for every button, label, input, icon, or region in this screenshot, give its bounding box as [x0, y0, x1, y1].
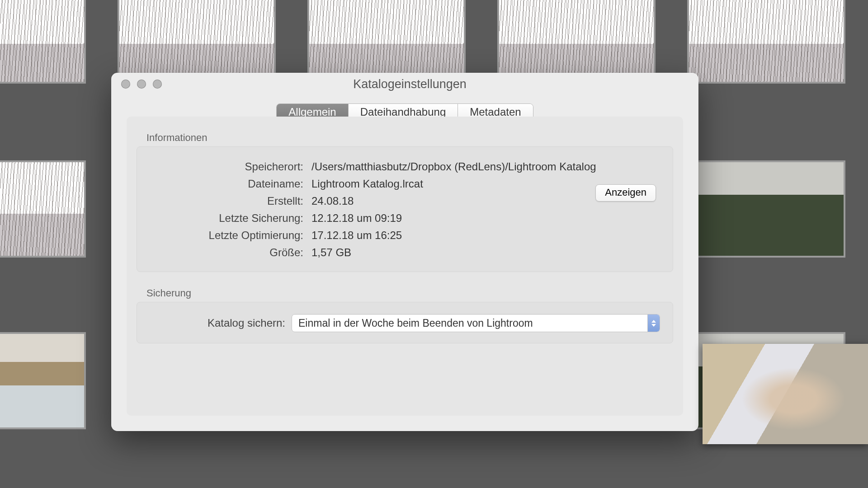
- filename-label: Dateiname:: [150, 178, 303, 190]
- catalog-settings-dialog: Katalogeinstellungen Allgemein Dateihand…: [111, 73, 698, 431]
- thumbnail[interactable]: [0, 332, 86, 429]
- section-title-backup: Sicherung: [146, 287, 673, 299]
- last-backup-value: 12.12.18 um 09:19: [311, 212, 402, 225]
- window-title: Katalogeinstellungen: [121, 77, 698, 91]
- thumbnail[interactable]: [687, 160, 845, 258]
- thumbnail[interactable]: [0, 160, 86, 258]
- thumbnail[interactable]: [118, 0, 276, 84]
- info-card: Speicherort: /Users/matthiasbutz/Dropbox…: [137, 146, 673, 272]
- backup-label: Katalog sichern:: [150, 317, 292, 329]
- backup-frequency-select[interactable]: Einmal in der Woche beim Beenden von Lig…: [292, 314, 660, 332]
- section-title-info: Informationen: [146, 132, 673, 144]
- backup-card: Katalog sichern: Einmal in der Woche bei…: [137, 302, 673, 343]
- filename-value: Lightroom Katalog.lrcat: [311, 178, 423, 190]
- thumbnail[interactable]: [497, 0, 656, 84]
- location-label: Speicherort:: [150, 160, 303, 173]
- webcam-overlay: [703, 344, 868, 444]
- titlebar: Katalogeinstellungen: [111, 73, 698, 95]
- last-optimize-label: Letzte Optimierung:: [150, 229, 303, 242]
- last-backup-label: Letzte Sicherung:: [150, 212, 303, 225]
- created-value: 24.08.18: [311, 195, 354, 207]
- last-optimize-value: 17.12.18 um 16:25: [311, 229, 402, 242]
- thumbnail[interactable]: [0, 0, 86, 84]
- thumbnail[interactable]: [687, 0, 845, 84]
- thumbnail[interactable]: [307, 0, 466, 84]
- size-label: Größe:: [150, 246, 303, 259]
- chevron-up-down-icon[interactable]: [647, 314, 660, 332]
- created-label: Erstellt:: [150, 195, 303, 207]
- size-value: 1,57 GB: [311, 246, 351, 259]
- show-button[interactable]: Anzeigen: [595, 184, 656, 202]
- backup-frequency-value: Einmal in der Woche beim Beenden von Lig…: [298, 317, 647, 329]
- location-value: /Users/matthiasbutz/Dropbox (RedLens)/Li…: [311, 160, 596, 173]
- settings-panel: Informationen Speicherort: /Users/matthi…: [127, 117, 683, 416]
